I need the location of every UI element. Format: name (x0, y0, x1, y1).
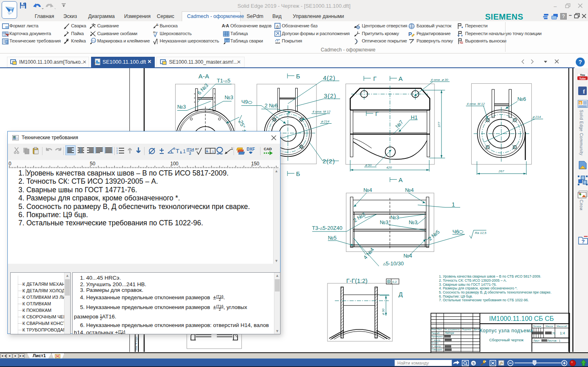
svg-text:1: 1 (183, 149, 186, 154)
svg-text:Т3-▵5-20Z40: Т3-▵5-20Z40 (312, 225, 342, 231)
svg-text:4(2): 4(2) (323, 74, 336, 81)
svg-text:Утвердил: Утвердил (431, 348, 442, 351)
svg-text:E: E (156, 23, 158, 26)
svg-text:№4: №4 (403, 253, 412, 259)
svg-text:Г: Г (373, 75, 376, 82)
svg-text:П.1: П.1 (92, 40, 96, 42)
svg-text:?: ? (581, 238, 585, 245)
svg-text:5. Соосность по размеру В, Д о: 5. Соосность по размеру В, Д обеспечить … (439, 290, 551, 294)
svg-text:Н.сект.: Н.сект. (431, 342, 439, 344)
svg-text:420: 420 (386, 166, 392, 169)
svg-text:№3: №3 (409, 219, 417, 225)
svg-text:Масса: Масса (546, 325, 553, 327)
svg-text:⌀ 214: ⌀ 214 (532, 115, 541, 119)
svg-text:CAD: CAD (264, 147, 272, 151)
svg-text:⌀ 214: ⌀ 214 (321, 120, 330, 123)
svg-text:⌀ 30: ⌀ 30 (381, 309, 385, 315)
svg-text:You: You (580, 73, 585, 76)
svg-text:№7: №7 (394, 119, 404, 129)
svg-text:z: z (198, 147, 199, 150)
svg-text:Б: Б (296, 170, 300, 177)
svg-text:Т1-▵5: Т1-▵5 (217, 78, 230, 84)
svg-text:1:4: 1:4 (560, 331, 565, 335)
svg-text:Ч9: Ч9 (241, 99, 248, 105)
svg-text:4 отв. М 12: 4 отв. М 12 (467, 102, 485, 106)
svg-text:0,2: 0,2 (392, 280, 397, 284)
svg-text:Корпус узла подъема: Корпус узла подъема (480, 328, 533, 334)
svg-text:№5: №5 (328, 235, 336, 241)
svg-text:А: А (399, 176, 403, 183)
svg-text:Масштаб: Масштаб (557, 325, 567, 327)
svg-text:Листов : 1: Листов : 1 (547, 339, 561, 342)
svg-text:P: P (408, 31, 412, 37)
svg-text:Г-Г(1:2): Г-Г(1:2) (346, 277, 368, 284)
svg-text:Ra 12,5: Ra 12,5 (475, 231, 487, 235)
svg-text:377: 377 (437, 122, 441, 127)
svg-text:Проверил: Проверил (431, 335, 443, 338)
svg-text:IT14: IT14 (187, 147, 194, 151)
svg-text:Сборочный чертеж: Сборочный чертеж (489, 338, 524, 342)
svg-text:№4: №4 (363, 187, 372, 193)
svg-text:Инв. N подл.: Инв. N подл. (135, 336, 138, 350)
svg-text:2 №6: 2 №6 (265, 102, 278, 109)
svg-text:Д: Д (399, 291, 403, 298)
svg-text:3. Сварные швы по ГОСТ 14771-7: 3. Сварные швы по ГОСТ 14771-76. (439, 282, 497, 287)
svg-text:№ документа: № документа (444, 328, 460, 331)
svg-text:Б: Б (296, 73, 300, 80)
svg-text:4. Размеры для справок, кроме: 4. Размеры для справок, кроме обозначенн… (439, 286, 517, 290)
svg-text:Дата: Дата (474, 328, 479, 331)
svg-text:Т. контр.: Т. контр. (431, 339, 441, 341)
svg-text:Г: Г (375, 110, 379, 117)
svg-text:IM1000.11.100 СБ СБ: IM1000.11.100 СБ СБ (489, 315, 554, 322)
svg-text:,76: ,76 (551, 332, 555, 335)
svg-text:№4: №4 (405, 187, 414, 193)
svg-text:T: T (176, 147, 179, 154)
svg-text:1: 1 (231, 147, 233, 150)
svg-text:Литера: Литера (533, 325, 541, 327)
svg-text:6. Покрытие: Ц9 бцв.: 6. Покрытие: Ц9 бцв. (439, 294, 473, 298)
svg-text:Разраб.: Разраб. (431, 332, 440, 334)
svg-text:Н. контр.: Н. контр. (431, 345, 441, 347)
svg-text:7. Остальные технические требо: 7. Остальные технические требования по С… (439, 298, 529, 302)
svg-text:№3: №3 (390, 214, 399, 220)
svg-text:⇅: ⇅ (472, 362, 475, 365)
svg-text:Изм: Изм (431, 328, 436, 331)
svg-text:2: 2 (189, 151, 191, 156)
svg-text:.1: .1 (211, 150, 214, 153)
svg-text:№3: №3 (177, 104, 186, 110)
svg-text:1: 1 (452, 201, 455, 208)
svg-text:Tube: Tube (579, 77, 586, 80)
svg-text:267: 267 (498, 169, 504, 173)
svg-text:№6: №6 (517, 96, 526, 102)
svg-text:4 отв. ⌀ 30: 4 отв. ⌀ 30 (431, 78, 448, 82)
svg-text:3: 3 (116, 152, 118, 154)
svg-text:А: А (399, 75, 403, 82)
svg-text:Лист :: Лист : (533, 339, 541, 342)
svg-text:S: S (579, 101, 582, 105)
svg-text:Подпись: Подпись (462, 328, 472, 331)
svg-text:1. Уровень качества сварных шв: 1. Уровень качества сварных швов – В по … (439, 274, 541, 278)
svg-text:А-А: А-А (198, 73, 209, 80)
svg-text:H1: H1 (411, 114, 418, 120)
svg-text:z: z (155, 31, 156, 33)
svg-text:⌀ 50: ⌀ 50 (365, 163, 372, 167)
svg-text:▵5-10/30: ▵5-10/30 (383, 260, 404, 267)
svg-text:Ч6: Ч6 (452, 229, 459, 235)
svg-text:3(2): 3(2) (324, 92, 336, 99)
svg-text:№3: №3 (380, 219, 388, 225)
svg-text:A: A (276, 24, 278, 28)
svg-text:4 №4: 4 №4 (362, 247, 375, 260)
svg-text:2. Точность СК: СТБ ИСО 13920-: 2. Точность СК: СТБ ИСО 13920-2005 – А. (439, 278, 507, 282)
svg-text:4 отв. М 12: 4 отв. М 12 (312, 110, 331, 113)
svg-text:DXF: DXF (247, 147, 255, 151)
svg-text:Лист: Лист (437, 328, 442, 331)
svg-text:Лабчук: Лабчук (444, 331, 454, 335)
svg-text:№3: №3 (225, 94, 233, 100)
